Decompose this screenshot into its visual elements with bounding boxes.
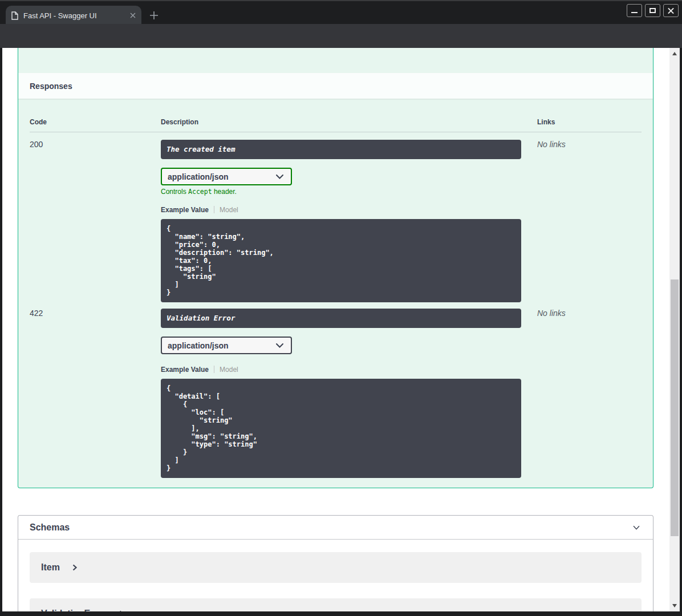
media-type-select[interactable]: application/json (161, 337, 292, 354)
tab-separator (214, 366, 214, 373)
example-model-tabs: Example Value Model (161, 206, 521, 213)
new-tab-button[interactable] (147, 9, 161, 22)
chevron-right-icon (119, 610, 124, 611)
close-button[interactable] (663, 4, 679, 17)
browser-toolbar: 127.0.0.1:8000/docs (0, 24, 682, 48)
model-validationerror[interactable]: ValidationError (30, 598, 642, 611)
schemas-section: Schemas Item ValidationError (18, 515, 653, 611)
tab-example-value[interactable]: Example Value (161, 366, 209, 374)
scrollbar-thumb[interactable] (671, 279, 679, 536)
responses-table-header: Code Description Links (30, 109, 642, 132)
chevron-right-icon (72, 564, 78, 571)
browser-tab[interactable]: Fast API - Swagger UI (6, 6, 141, 25)
media-type-value: application/json (168, 341, 229, 350)
chevron-down-icon[interactable] (631, 522, 642, 533)
minimize-button[interactable] (627, 4, 642, 17)
tab-example-value[interactable]: Example Value (161, 206, 209, 214)
schemas-title: Schemas (30, 522, 70, 533)
model-name: ValidationError (41, 609, 107, 611)
response-description-cell: The created item application/json Contro… (161, 140, 521, 302)
model-item[interactable]: Item (30, 552, 642, 583)
titlebar: Fast API - Swagger UI (0, 0, 682, 24)
maximize-button[interactable] (645, 4, 660, 17)
example-model-tabs: Example Value Model (161, 366, 521, 373)
tab-separator (214, 206, 214, 213)
swagger-page: Responses Code Description Links 200 The… (2, 48, 669, 611)
model-name: Item (41, 562, 60, 573)
chevron-down-icon (276, 343, 283, 348)
window-controls (627, 4, 679, 17)
tab-model[interactable]: Model (220, 206, 238, 214)
tab-model[interactable]: Model (220, 366, 238, 374)
opblock-responses-panel: Responses Code Description Links 200 The… (18, 48, 653, 488)
accept-header-note: Controls Accept header. (161, 188, 521, 196)
responses-section-header: Responses (18, 73, 653, 99)
media-type-value: application/json (168, 172, 229, 181)
schemas-header[interactable]: Schemas (18, 516, 653, 540)
page-scrollbar[interactable] (669, 48, 680, 611)
header-links: Links (537, 118, 642, 126)
models-list: Item ValidationError (18, 540, 653, 611)
media-type-select[interactable]: application/json (161, 168, 292, 185)
tab-close-icon[interactable] (130, 13, 136, 18)
response-row-422: 422 Validation Error application/json Ex… (30, 302, 642, 478)
response-links: No links (537, 140, 642, 302)
example-json-block: { "detail": [ { "loc": [ "string" ], "ms… (161, 379, 521, 478)
tab-title: Fast API - Swagger UI (23, 11, 130, 20)
responses-title: Responses (30, 82, 72, 91)
response-description-cell: Validation Error application/json Exampl… (161, 309, 521, 478)
scroll-up-arrow-icon[interactable] (672, 52, 677, 55)
example-json-block: { "name": "string", "price": 0, "descrip… (161, 219, 521, 302)
response-description: The created item (161, 140, 521, 159)
responses-table: Code Description Links 200 The created i… (18, 99, 653, 489)
response-code: 200 (30, 140, 161, 302)
page-icon (11, 11, 18, 20)
response-description: Validation Error (161, 309, 521, 328)
chevron-down-icon (276, 175, 283, 179)
scroll-down-arrow-icon[interactable] (672, 604, 677, 607)
header-code: Code (30, 118, 161, 126)
response-links: No links (537, 309, 642, 478)
header-description: Description (161, 118, 537, 126)
response-row-200: 200 The created item application/json Co… (30, 132, 642, 302)
response-code: 422 (30, 309, 161, 478)
